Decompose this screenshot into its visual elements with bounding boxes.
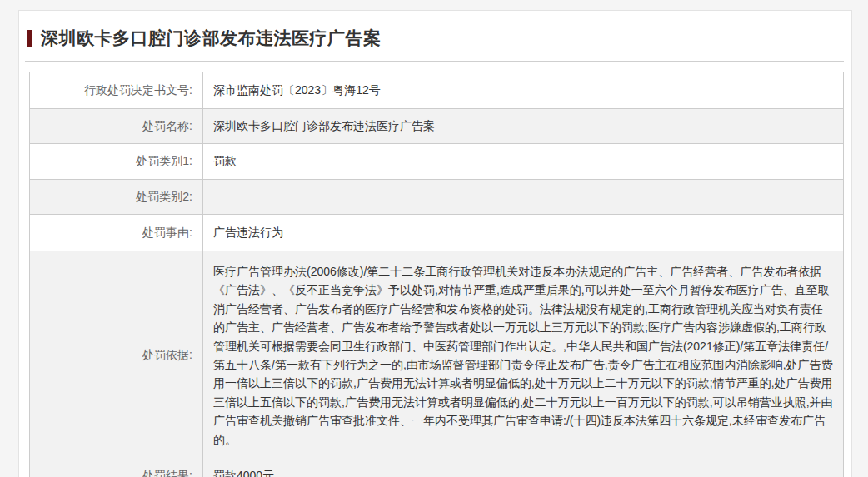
title-accent-bar: [27, 30, 32, 47]
row-value: 深市监南处罚〔2023〕粤海12号: [203, 72, 843, 108]
row-value: 广告违法行为: [203, 215, 843, 251]
table-row-penalty-category-1: 处罚类别1: 罚款: [30, 143, 843, 179]
penalty-detail-card: 深圳欧卡多口腔门诊部发布违法医疗广告案 行政处罚决定书文号: 深市监南处罚〔20…: [18, 10, 852, 477]
table-row-penalty-name: 处罚名称: 深圳欧卡多口腔门诊部发布违法医疗广告案: [30, 108, 843, 143]
row-value: 深圳欧卡多口腔门诊部发布违法医疗广告案: [203, 109, 843, 143]
row-label: 行政处罚决定书文号:: [30, 72, 203, 108]
row-value: 罚款4000元: [203, 460, 843, 477]
table-row-penalty-basis: 处罚依据: 医疗广告管理办法(2006修改)/第二十二条工商行政管理机关对违反本…: [30, 251, 843, 460]
title-section: 深圳欧卡多口腔门诊部发布违法医疗广告案: [19, 11, 851, 61]
table-row-penalty-result: 处罚结果: 罚款4000元: [30, 460, 843, 477]
row-label: 处罚名称:: [30, 109, 203, 143]
table-row-document-number: 行政处罚决定书文号: 深市监南处罚〔2023〕粤海12号: [30, 72, 843, 108]
row-value: 罚款: [203, 144, 843, 179]
row-value: 医疗广告管理办法(2006修改)/第二十二条工商行政管理机关对违反本办法规定的广…: [203, 251, 843, 460]
row-label: 处罚类别2:: [30, 180, 203, 214]
table-row-penalty-category-2: 处罚类别2:: [30, 179, 843, 214]
row-label: 处罚事由:: [30, 215, 203, 251]
penalty-info-table: 行政处罚决定书文号: 深市监南处罚〔2023〕粤海12号 处罚名称: 深圳欧卡多…: [29, 72, 844, 477]
row-label: 处罚类别1:: [30, 144, 203, 179]
row-value: [203, 180, 843, 214]
row-label: 处罚依据:: [30, 251, 203, 460]
page-title: 深圳欧卡多口腔门诊部发布违法医疗广告案: [41, 28, 382, 48]
title-divider: [25, 61, 844, 62]
row-label: 处罚结果:: [30, 460, 203, 477]
table-row-penalty-reason: 处罚事由: 广告违法行为: [30, 214, 843, 251]
